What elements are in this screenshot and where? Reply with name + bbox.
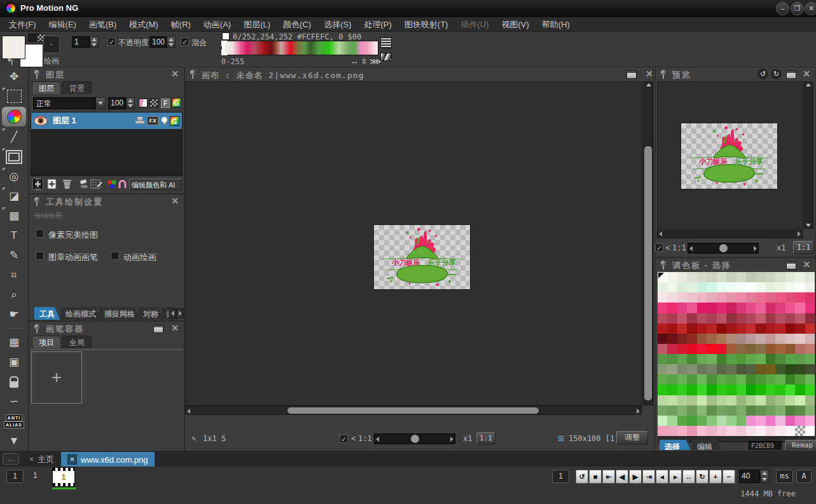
palette-swatch[interactable] — [805, 324, 815, 334]
palette-swatch[interactable] — [766, 344, 775, 354]
palette-swatch[interactable] — [687, 426, 696, 436]
layer-visibility-eye-icon[interactable] — [34, 116, 48, 126]
palette-swatch[interactable] — [687, 282, 696, 292]
palette-swatch[interactable] — [746, 426, 756, 436]
menu-item[interactable]: 插件(U) — [454, 17, 495, 32]
palette-swatch[interactable] — [756, 313, 765, 324]
menu-item[interactable]: 文件(F) — [3, 17, 43, 32]
palette-swatch[interactable] — [746, 303, 756, 313]
palette-swatch[interactable] — [717, 405, 726, 416]
step-forward-button[interactable]: ▸ — [669, 470, 682, 484]
palette-swatch[interactable] — [775, 405, 785, 416]
pan-tool[interactable]: ☛ — [0, 304, 29, 324]
blend-mode-select[interactable]: 正常 — [33, 97, 95, 109]
stencil-tool[interactable]: ▣ — [0, 352, 29, 372]
palette-swatch[interactable] — [746, 416, 756, 426]
palette-swatch[interactable] — [687, 272, 696, 282]
palette-swatch[interactable] — [736, 303, 746, 313]
palette-swatch[interactable] — [726, 364, 736, 374]
palette-swatch[interactable] — [726, 292, 736, 303]
palette-swatch[interactable] — [667, 395, 677, 405]
repeat-button[interactable]: ↻ — [696, 470, 709, 484]
range-swap-icon[interactable]: ↔ — [350, 57, 359, 66]
palette-swatch[interactable] — [785, 324, 795, 334]
palette-swatch[interactable] — [736, 272, 746, 282]
palette-swatch[interactable] — [746, 344, 756, 354]
palette-swatch[interactable] — [697, 385, 707, 395]
pin-icon[interactable] — [661, 261, 666, 266]
palette-swatch[interactable] — [756, 385, 765, 395]
palette-swatch[interactable] — [707, 416, 716, 426]
first-frame-button[interactable]: ⇤ — [602, 470, 615, 484]
palette-swatch[interactable] — [756, 395, 765, 405]
palette-swatch[interactable] — [736, 334, 746, 344]
palette-swatch[interactable] — [775, 282, 785, 292]
ms-unit-button[interactable]: ms — [776, 470, 793, 483]
palette-swatch[interactable] — [717, 354, 726, 364]
menu-item[interactable]: 画笔(B) — [83, 17, 123, 32]
close-icon[interactable]: ✕ — [803, 69, 810, 78]
palette-swatch[interactable] — [697, 405, 707, 416]
palette-swatch[interactable] — [795, 405, 805, 416]
palette-swatch[interactable] — [805, 282, 815, 292]
menu-item[interactable]: 图层(L) — [237, 17, 277, 32]
palette-swatch[interactable] — [658, 324, 667, 334]
layer-stamp-icon[interactable] — [135, 117, 144, 125]
pattern-stamp-tool[interactable]: ▩ — [0, 206, 29, 226]
blend-checkbox[interactable]: ✓ — [181, 37, 189, 46]
palette-swatch[interactable] — [667, 292, 677, 303]
palette-swatch[interactable] — [697, 334, 707, 344]
palette-swatch[interactable] — [677, 364, 687, 374]
palette-swatch[interactable] — [785, 395, 795, 405]
palette-swatch[interactable] — [677, 395, 687, 405]
delete-layer-trash-icon[interactable] — [61, 178, 73, 190]
palette-swatch[interactable] — [717, 282, 726, 292]
panel-menu-icon[interactable] — [153, 325, 163, 333]
close-icon[interactable]: ✕ — [171, 69, 179, 78]
menu-item[interactable]: 帧(R) — [165, 17, 197, 32]
palette-swatch[interactable] — [667, 405, 677, 416]
palette-swatch[interactable] — [717, 334, 726, 344]
tab-layers[interactable]: 图层 — [32, 81, 61, 94]
menu-item[interactable]: 图块映射(T) — [398, 17, 455, 32]
palette-swatch[interactable] — [775, 364, 785, 374]
palette-swatch[interactable] — [726, 395, 736, 405]
paint-brush-tool[interactable] — [2, 107, 26, 126]
palette-swatch[interactable] — [658, 405, 667, 416]
palette-swatch[interactable] — [805, 385, 815, 395]
minimize-button[interactable]: – — [776, 2, 789, 15]
layer-fx-icon[interactable]: FX — [147, 116, 158, 125]
palette-swatch[interactable] — [707, 354, 716, 364]
magnet-icon[interactable] — [118, 179, 127, 189]
preview-zoom-slider[interactable] — [688, 243, 759, 254]
palette-swatch[interactable] — [775, 416, 785, 426]
tab-global[interactable]: 全局 — [62, 336, 92, 348]
tab-snap-grid[interactable]: 捕捉网格 — [99, 307, 140, 320]
palette-swatch[interactable] — [726, 385, 736, 395]
pin-icon[interactable] — [661, 70, 666, 75]
palette-swatch[interactable] — [658, 334, 667, 344]
palette-swatch[interactable] — [795, 364, 805, 374]
ellipse-tool[interactable]: ◎ — [0, 167, 29, 186]
palette-swatch[interactable] — [736, 344, 746, 354]
range-pick-icon[interactable]: ⇳ — [361, 57, 368, 66]
palette-swatch[interactable] — [775, 385, 785, 395]
stop-button[interactable]: ■ — [589, 470, 602, 484]
palette-swatch[interactable] — [766, 282, 775, 292]
zoom-lock-checkbox[interactable]: ✓ — [340, 435, 348, 443]
layer-g-icon[interactable]: G — [172, 98, 181, 107]
canvas-hscrollbar[interactable] — [185, 405, 642, 415]
crop-tool[interactable]: ⌗ — [0, 265, 29, 285]
tab-symmetry[interactable]: 对称 — [138, 307, 163, 320]
rgb-channels-icon[interactable] — [107, 179, 117, 189]
lasso-select-tool[interactable]: ∽ — [0, 392, 29, 411]
tab-paint-mode[interactable]: 绘画模式 — [60, 307, 101, 320]
preview-hscrollbar[interactable] — [657, 229, 803, 238]
palette-swatch[interactable] — [805, 313, 815, 324]
palette-swatch[interactable] — [805, 272, 815, 282]
palette-swatch[interactable] — [697, 374, 707, 385]
palette-swatch[interactable] — [707, 426, 716, 436]
palette-swatch[interactable] — [726, 334, 736, 344]
palette-swatch[interactable] — [805, 395, 815, 405]
palette-swatch[interactable] — [658, 303, 667, 313]
